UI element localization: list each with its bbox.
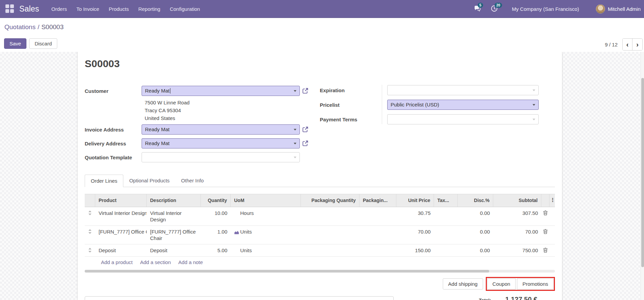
menu-reporting[interactable]: Reporting [133,0,165,18]
optional-columns-icon[interactable]: ⋮ [549,194,555,207]
drag-handle-icon[interactable] [85,207,95,225]
menu-to-invoice[interactable]: To Invoice [71,0,104,18]
uom-cell[interactable]: Units [231,226,301,244]
packaging-cell[interactable] [359,226,396,244]
quantity-cell[interactable]: 5.00 [201,244,231,256]
unit-price-cell[interactable]: 70.00 [396,226,434,244]
pager-next-button[interactable]: › [632,39,642,50]
dropdown-caret-icon[interactable] [533,104,535,106]
delete-row-icon[interactable] [541,226,549,244]
scrollbar-thumb[interactable] [85,270,489,273]
packaging-quantity-cell[interactable] [301,207,359,225]
scrollbar-thumb[interactable] [641,78,644,267]
discard-button[interactable]: Discard [29,38,57,49]
col-packaging-quantity[interactable]: Packaging Quantity [301,194,359,207]
quantity-cell[interactable]: 10.00 [201,207,231,225]
user-name[interactable]: Mitchell Admin [608,6,641,12]
description-cell[interactable]: [FURN_7777] Office Chair [147,226,201,244]
menu-orders[interactable]: Orders [47,0,72,18]
discount-cell[interactable]: 0.00 [458,226,493,244]
description-cell[interactable]: Deposit [147,244,201,256]
delete-row-icon[interactable] [541,244,549,256]
breadcrumb-quotations[interactable]: Quotations [4,23,36,31]
packaging-quantity-cell[interactable] [301,226,359,244]
packaging-cell[interactable] [359,207,396,225]
chevron-left-icon: ‹ [626,41,629,48]
dropdown-caret-icon[interactable] [533,89,535,91]
tab-optional-products[interactable]: Optional Products [123,175,175,187]
discount-cell[interactable]: 0.00 [458,244,493,256]
total-value: 1,127.50 € [505,296,537,300]
customer-external-link-icon[interactable] [302,87,309,94]
dropdown-caret-icon[interactable] [533,119,535,120]
company-switcher[interactable]: My Company (San Francisco) [512,6,579,12]
col-packaging[interactable]: Packagin... [359,194,396,207]
add-note-link[interactable]: Add a note [178,259,203,265]
col-description[interactable]: Description [147,194,201,207]
col-unit-price[interactable]: Unit Price [396,194,434,207]
dropdown-caret-icon[interactable] [294,129,296,131]
order-line-row[interactable]: Deposit Deposit 5.00 Units 150.00 0.00 7… [85,244,555,257]
quotation-template-input[interactable] [142,152,300,162]
col-discount[interactable]: Disc.% [458,194,493,207]
drag-handle-icon[interactable] [85,244,95,256]
delivery-address-input[interactable]: Ready Mat [142,138,300,148]
menu-configuration[interactable]: Configuration [165,0,205,18]
col-quantity[interactable]: Quantity [201,194,231,207]
order-line-row[interactable]: [FURN_7777] Office Ch... [FURN_7777] Off… [85,226,555,244]
col-product[interactable]: Product [95,194,147,207]
add-shipping-button[interactable]: Add shipping [443,278,483,289]
app-name[interactable]: Sales [19,4,39,14]
unit-price-cell[interactable]: 30.75 [396,207,434,225]
delivery-address-external-link-icon[interactable] [302,140,309,147]
packaging-cell[interactable] [359,244,396,256]
apps-menu-icon[interactable] [5,4,14,13]
packaging-quantity-cell[interactable] [301,244,359,256]
dropdown-caret-icon[interactable] [294,90,296,92]
save-button[interactable]: Save [4,38,26,49]
add-section-link[interactable]: Add a section [140,259,171,265]
page-vertical-scrollbar[interactable] [641,52,644,300]
expiration-input[interactable] [387,85,539,95]
col-uom[interactable]: UoM [231,194,301,207]
taxes-cell[interactable] [434,207,458,225]
payment-terms-input[interactable] [387,114,539,124]
activities-icon[interactable]: 20 [490,4,499,13]
dropdown-caret-icon[interactable] [294,157,296,158]
dropdown-caret-icon[interactable] [294,143,296,144]
add-product-link[interactable]: Add a product [101,259,132,265]
uom-cell[interactable]: Hours [231,207,301,225]
description-cell[interactable]: Virtual Interior Design [147,207,201,225]
taxes-cell[interactable] [434,226,458,244]
unit-price-cell[interactable]: 150.00 [396,244,434,256]
tab-other-info[interactable]: Other Info [175,175,210,187]
quantity-cell[interactable]: 1.00 [201,226,231,244]
user-avatar[interactable] [596,4,605,14]
delete-row-icon[interactable] [541,207,549,225]
promotions-button[interactable]: Promotions [517,278,554,289]
pricelist-input[interactable]: Public Pricelist (USD) [387,100,539,110]
invoice-address-input[interactable]: Ready Mat [142,124,300,135]
tab-order-lines[interactable]: Order Lines [85,175,123,187]
product-cell[interactable]: [FURN_7777] Office Ch... [95,226,147,244]
product-cell[interactable]: Virtual Interior Design [95,207,147,225]
menu-products[interactable]: Products [104,0,133,18]
messages-icon[interactable]: 5 [473,4,482,13]
highlight-box: Coupon Promotions [486,277,555,291]
table-horizontal-scrollbar[interactable] [85,270,555,273]
invoice-address-external-link-icon[interactable] [302,126,309,133]
customer-input[interactable]: Ready Mat [142,86,300,96]
order-line-row[interactable]: Virtual Interior Design Virtual Interior… [85,207,555,226]
uom-cell[interactable]: Units [231,244,301,256]
col-subtotal[interactable]: Subtotal [493,194,541,207]
product-cell[interactable]: Deposit [95,244,147,256]
coupon-button[interactable]: Coupon [487,278,516,289]
terms-and-conditions-input[interactable] [85,296,394,300]
discount-cell[interactable]: 0.00 [458,207,493,225]
pager-previous-button[interactable]: ‹ [623,39,632,50]
taxes-cell[interactable] [434,244,458,256]
text-cursor [170,88,170,94]
forecast-icon[interactable] [234,228,240,236]
col-taxes[interactable]: Tax... [434,194,458,207]
drag-handle-icon[interactable] [85,226,95,244]
